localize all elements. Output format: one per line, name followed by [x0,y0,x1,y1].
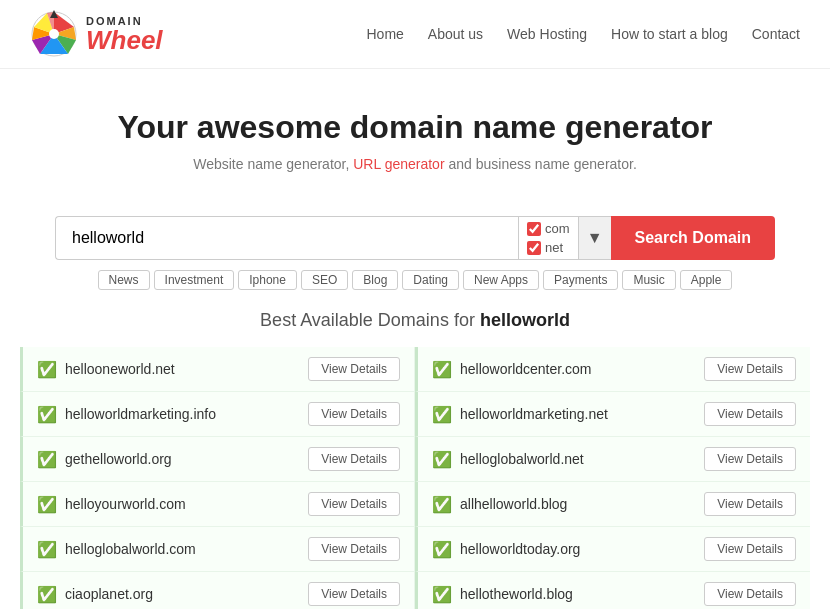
logo-icon [30,10,78,58]
available-icon: ✅ [37,585,57,604]
view-details-button[interactable]: View Details [704,447,796,471]
nav-about[interactable]: About us [428,26,483,42]
domain-name: helloglobalworld.net [460,451,584,467]
domain-left: ✅ helloyourworld.com [37,495,186,514]
table-row: ✅ helloglobalworld.net View Details [415,437,810,482]
view-details-button[interactable]: View Details [308,582,400,606]
domain-left: ✅ allhelloworld.blog [432,495,567,514]
domain-name: hellotheworld.blog [460,586,573,602]
available-icon: ✅ [432,450,452,469]
domain-left: ✅ helloworldcenter.com [432,360,592,379]
view-details-button[interactable]: View Details [704,402,796,426]
view-details-button[interactable]: View Details [308,492,400,516]
domain-name: helloworldmarketing.net [460,406,608,422]
search-input[interactable] [55,216,518,260]
tld-com-row[interactable]: com [527,221,570,236]
table-row: ✅ hellooneworld.net View Details [20,347,415,392]
main-nav: Home About us Web Hosting How to start a… [366,26,800,42]
view-details-button[interactable]: View Details [704,492,796,516]
domain-name: helloworldtoday.org [460,541,580,557]
domain-name: ciaoplanet.org [65,586,153,602]
available-icon: ✅ [37,360,57,379]
available-icon: ✅ [37,405,57,424]
view-details-button[interactable]: View Details [308,537,400,561]
domain-left: ✅ gethelloworld.org [37,450,172,469]
logo: DOMAIN Wheel [30,10,163,58]
domain-left: ✅ helloworldtoday.org [432,540,580,559]
url-generator-link[interactable]: URL generator [353,156,444,172]
tld-selector: com net [518,216,578,260]
tag-newapps[interactable]: New Apps [463,270,539,290]
domain-name: hellooneworld.net [65,361,175,377]
results-keyword: helloworld [480,310,570,330]
tag-news[interactable]: News [98,270,150,290]
hero-subtitle: Website name generator, URL generator an… [20,156,810,172]
search-button[interactable]: Search Domain [611,216,775,260]
table-row: ✅ ciaoplanet.org View Details [20,572,415,609]
domain-name: helloworldmarketing.info [65,406,216,422]
svg-point-1 [49,29,59,39]
tld-net-label: net [545,240,563,255]
table-row: ✅ helloglobalworld.com View Details [20,527,415,572]
logo-wheel-text: Wheel [86,27,163,53]
nav-home[interactable]: Home [366,26,403,42]
header: DOMAIN Wheel Home About us Web Hosting H… [0,0,830,69]
available-icon: ✅ [37,450,57,469]
tag-dating[interactable]: Dating [402,270,459,290]
table-row: ✅ allhelloworld.blog View Details [415,482,810,527]
nav-contact[interactable]: Contact [752,26,800,42]
tags-container: News Investment Iphone SEO Blog Dating N… [35,270,795,290]
table-row: ✅ helloworldtoday.org View Details [415,527,810,572]
domain-name: helloworldcenter.com [460,361,592,377]
nav-blog[interactable]: How to start a blog [611,26,728,42]
table-row: ✅ helloworldcenter.com View Details [415,347,810,392]
view-details-button[interactable]: View Details [308,402,400,426]
search-area: com net ▼ Search Domain [35,216,795,260]
domain-name: gethelloworld.org [65,451,172,467]
table-row: ✅ helloworldmarketing.info View Details [20,392,415,437]
domain-name: allhelloworld.blog [460,496,567,512]
domain-left: ✅ hellotheworld.blog [432,585,573,604]
results-grid: ✅ hellooneworld.net View Details ✅ hello… [0,347,830,609]
view-details-button[interactable]: View Details [704,582,796,606]
available-icon: ✅ [37,495,57,514]
table-row: ✅ helloyourworld.com View Details [20,482,415,527]
tld-com-label: com [545,221,570,236]
domain-left: ✅ helloworldmarketing.info [37,405,216,424]
available-icon: ✅ [432,360,452,379]
available-icon: ✅ [37,540,57,559]
available-icon: ✅ [432,585,452,604]
tag-investment[interactable]: Investment [154,270,235,290]
domain-left: ✅ helloglobalworld.com [37,540,196,559]
tld-net-row[interactable]: net [527,240,570,255]
tag-music[interactable]: Music [622,270,675,290]
tag-seo[interactable]: SEO [301,270,348,290]
tld-dropdown-button[interactable]: ▼ [578,216,611,260]
hero-title: Your awesome domain name generator [20,109,810,146]
domain-left: ✅ hellooneworld.net [37,360,175,379]
domain-left: ✅ helloglobalworld.net [432,450,584,469]
tld-net-checkbox[interactable] [527,241,541,255]
available-icon: ✅ [432,495,452,514]
tag-blog[interactable]: Blog [352,270,398,290]
tag-iphone[interactable]: Iphone [238,270,297,290]
available-icon: ✅ [432,405,452,424]
tag-apple[interactable]: Apple [680,270,733,290]
table-row: ✅ helloworldmarketing.net View Details [415,392,810,437]
domain-name: helloglobalworld.com [65,541,196,557]
view-details-button[interactable]: View Details [704,537,796,561]
domain-name: helloyourworld.com [65,496,186,512]
tag-payments[interactable]: Payments [543,270,618,290]
table-row: ✅ hellotheworld.blog View Details [415,572,810,609]
table-row: ✅ gethelloworld.org View Details [20,437,415,482]
available-icon: ✅ [432,540,452,559]
view-details-button[interactable]: View Details [308,447,400,471]
view-details-button[interactable]: View Details [308,357,400,381]
view-details-button[interactable]: View Details [704,357,796,381]
tld-com-checkbox[interactable] [527,222,541,236]
domain-left: ✅ ciaoplanet.org [37,585,153,604]
hero-section: Your awesome domain name generator Websi… [0,69,830,192]
domain-left: ✅ helloworldmarketing.net [432,405,608,424]
nav-webhosting[interactable]: Web Hosting [507,26,587,42]
results-heading: Best Available Domains for helloworld [0,310,830,331]
